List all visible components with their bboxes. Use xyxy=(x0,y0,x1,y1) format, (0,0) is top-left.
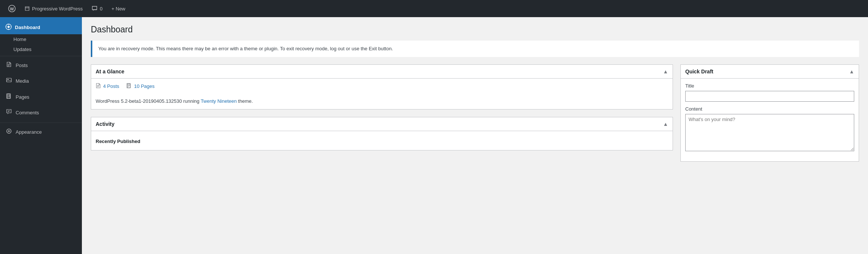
glance-version-text: WordPress 5.2-beta1-20190405.132530 runn… xyxy=(96,98,201,104)
title-field: Title xyxy=(685,83,854,102)
pages-stat-link[interactable]: 10 Pages xyxy=(127,83,154,89)
theme-link[interactable]: Twenty Nineteen xyxy=(201,98,237,104)
content-label: Content xyxy=(685,106,854,112)
quick-draft-body: Title Content xyxy=(681,79,859,161)
sidebar-item-pages[interactable]: Pages xyxy=(0,89,82,105)
at-a-glance-body: 4 Posts 10 Pages xyxy=(91,79,673,109)
sidebar-item-home[interactable]: Home xyxy=(0,34,82,44)
new-label: + New xyxy=(112,6,125,12)
posts-stat-icon xyxy=(96,83,101,89)
activity-header: Activity ▲ xyxy=(91,117,673,131)
main-content: Dashboard You are in recovery mode. This… xyxy=(82,17,868,254)
page-title: Dashboard xyxy=(91,25,859,35)
activity-title: Activity xyxy=(96,121,115,127)
content-field: Content xyxy=(685,106,854,152)
sidebar-item-posts[interactable]: Posts xyxy=(0,58,82,73)
wp-logo-button[interactable]: W xyxy=(4,0,19,17)
pages-stat-count: 10 Pages xyxy=(134,83,154,89)
media-label: Media xyxy=(16,78,29,85)
content-input[interactable] xyxy=(685,114,854,151)
at-a-glance-toggle[interactable]: ▲ xyxy=(663,69,668,74)
updates-label: Updates xyxy=(13,47,31,52)
sidebar-item-comments[interactable]: Comments xyxy=(0,105,82,121)
recovery-notice-text: You are in recovery mode. This means the… xyxy=(98,46,393,51)
svg-rect-11 xyxy=(128,84,131,88)
comments-sidebar-icon xyxy=(5,109,13,117)
pages-icon xyxy=(5,93,13,101)
title-input[interactable] xyxy=(685,91,854,102)
at-a-glance-widget: At a Glance ▲ xyxy=(91,64,673,110)
site-name-button[interactable]: Progressive WordPress xyxy=(21,0,86,17)
svg-point-3 xyxy=(7,26,10,28)
site-name-label: Progressive WordPress xyxy=(32,6,83,12)
comments-count: 0 xyxy=(100,6,102,12)
sidebar-item-media[interactable]: Media xyxy=(0,73,82,89)
posts-label: Posts xyxy=(16,62,28,69)
sidebar-divider-2 xyxy=(0,123,82,123)
admin-bar: W Progressive WordPress 0 + New xyxy=(0,0,868,17)
at-a-glance-header: At a Glance ▲ xyxy=(91,65,673,79)
posts-icon xyxy=(5,61,13,70)
glance-stats: 4 Posts 10 Pages xyxy=(96,83,668,93)
glance-wp-version: WordPress 5.2-beta1-20190405.132530 runn… xyxy=(96,98,668,105)
appearance-icon xyxy=(5,128,13,136)
quick-draft-title: Quick Draft xyxy=(685,69,713,74)
svg-text:W: W xyxy=(10,7,14,11)
sidebar-item-updates[interactable]: Updates xyxy=(0,44,82,54)
activity-toggle[interactable]: ▲ xyxy=(663,121,668,127)
appearance-label: Appearance xyxy=(16,129,42,136)
svg-rect-4 xyxy=(7,78,12,82)
new-content-button[interactable]: + New xyxy=(108,0,129,17)
sidebar-item-dashboard[interactable]: Dashboard xyxy=(0,17,82,34)
main-layout: Dashboard Home Updates Posts xyxy=(0,17,868,254)
dashboard-label: Dashboard xyxy=(15,25,40,30)
glance-theme-suffix: theme. xyxy=(237,98,253,104)
comments-sidebar-label: Comments xyxy=(16,109,39,116)
pages-stat-icon xyxy=(127,83,132,89)
recovery-notice: You are in recovery mode. This means the… xyxy=(91,41,859,57)
sidebar-divider-1 xyxy=(0,56,82,56)
recently-published-label: Recently Published xyxy=(96,136,668,146)
dashboard-grid: At a Glance ▲ xyxy=(91,64,859,162)
sidebar: Dashboard Home Updates Posts xyxy=(0,17,82,254)
posts-stat-link[interactable]: 4 Posts xyxy=(96,83,119,89)
right-column: Quick Draft ▲ Title Content xyxy=(680,64,859,162)
quick-draft-toggle[interactable]: ▲ xyxy=(849,69,854,74)
pages-label: Pages xyxy=(16,94,29,101)
activity-body: Recently Published xyxy=(91,131,673,150)
svg-point-9 xyxy=(8,130,10,132)
left-column: At a Glance ▲ xyxy=(91,64,673,162)
sidebar-item-appearance[interactable]: Appearance xyxy=(0,124,82,140)
quick-draft-widget: Quick Draft ▲ Title Content xyxy=(680,64,859,162)
title-label: Title xyxy=(685,83,854,89)
posts-stat-count: 4 Posts xyxy=(103,83,119,89)
at-a-glance-title: At a Glance xyxy=(96,69,124,74)
home-label: Home xyxy=(13,36,26,42)
dashboard-icon xyxy=(5,23,12,31)
quick-draft-header: Quick Draft ▲ xyxy=(681,65,859,79)
comments-button[interactable]: 0 xyxy=(88,0,106,17)
media-icon xyxy=(5,77,13,85)
activity-widget: Activity ▲ Recently Published xyxy=(91,117,673,150)
